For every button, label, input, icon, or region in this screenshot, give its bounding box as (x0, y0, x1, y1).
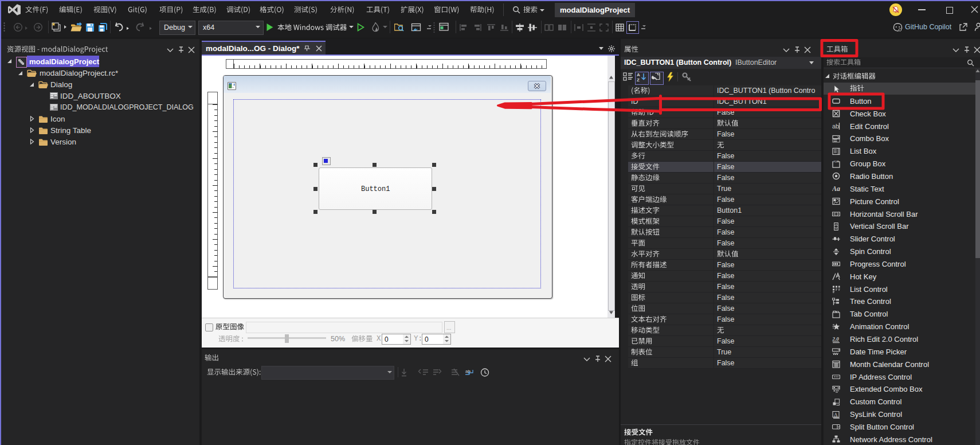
svg-text:Aa: Aa (832, 185, 840, 193)
svg-text:ab: ab (832, 123, 839, 130)
svg-text:2.0: 2.0 (832, 336, 839, 342)
svg-text:ab: ab (465, 369, 471, 374)
svg-text:A: A (834, 411, 838, 417)
svg-text:xyz: xyz (834, 160, 839, 163)
svg-text:Z: Z (637, 77, 640, 82)
